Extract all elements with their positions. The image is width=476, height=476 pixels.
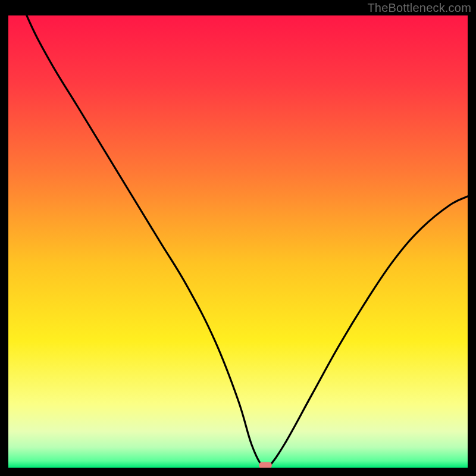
minimum-point-marker — [259, 462, 272, 468]
watermark: TheBottleneck.com — [367, 1, 471, 15]
bottleneck-curve — [8, 15, 468, 468]
curve-layer — [8, 15, 468, 468]
chart-frame: TheBottleneck.com — [0, 0, 476, 476]
plot-area — [8, 15, 468, 468]
